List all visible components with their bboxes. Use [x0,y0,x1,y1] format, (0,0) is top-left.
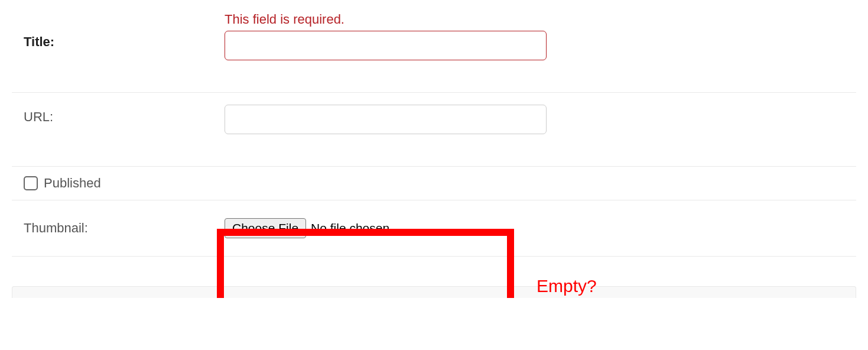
bottom-bar-area [0,257,868,298]
title-error-message: This field is required. [225,12,856,27]
published-row: Published [12,166,856,200]
thumbnail-label: Thumbnail: [24,221,88,235]
thumbnail-label-col: Thumbnail: [12,221,225,236]
url-label-col: URL: [12,105,225,125]
title-label-col: Title: [12,12,225,50]
thumbnail-row: Thumbnail: Choose File No file chosen [12,200,856,257]
bottom-panel [12,286,856,298]
file-input-wrap: Choose File No file chosen [225,218,389,238]
title-field-col: This field is required. [225,12,856,80]
form-container: Title: This field is required. URL: Publ… [0,0,868,257]
title-help-area [225,63,856,80]
url-input[interactable] [225,105,547,134]
url-row: URL: [12,92,856,167]
thumbnail-field-col: Choose File No file chosen [225,218,856,238]
title-row: Title: This field is required. [12,0,856,93]
url-help-area [225,137,856,154]
published-wrap: Published [12,176,101,191]
annotation-text: Empty? [537,276,597,296]
choose-file-button[interactable]: Choose File [225,218,306,238]
title-input[interactable] [225,31,547,60]
title-label: Title: [24,34,54,49]
url-field-col [225,105,856,154]
published-label: Published [44,176,101,191]
url-label: URL: [24,109,53,124]
file-status-text: No file chosen [311,221,389,235]
published-checkbox[interactable] [24,176,38,190]
